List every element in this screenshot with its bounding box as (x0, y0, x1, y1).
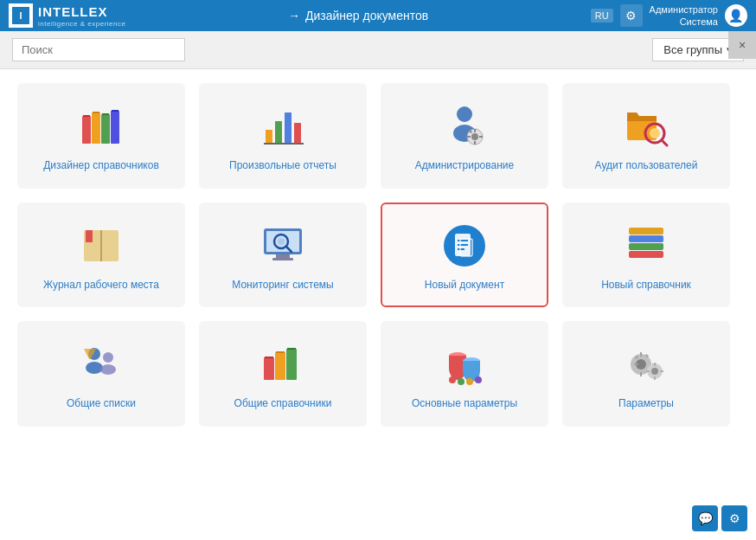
svg-rect-49 (629, 228, 663, 235)
lists-icon (77, 340, 125, 389)
tile-label-common-handbooks: Общие справочники (234, 397, 332, 411)
chart-icon (259, 102, 307, 151)
page-title: Дизайнер документов (305, 9, 428, 22)
journal-icon (77, 222, 125, 270)
svg-point-80 (651, 368, 658, 375)
svg-rect-10 (266, 130, 272, 144)
svg-point-51 (86, 362, 103, 374)
logo-sub: intelligence & experience (38, 20, 125, 28)
logo-text: INTELLEX (38, 4, 108, 19)
svg-rect-13 (294, 123, 301, 144)
tile-label-arbitrary-reports: Произвольные отчеты (229, 159, 336, 173)
svg-rect-22 (479, 136, 483, 138)
new-doc-icon (440, 222, 489, 270)
svg-rect-56 (275, 352, 285, 380)
tile-label-system-monitoring: Мониторинг системы (232, 279, 334, 292)
svg-rect-55 (264, 357, 274, 380)
svg-rect-46 (629, 251, 663, 258)
svg-rect-2 (82, 116, 91, 144)
svg-text:I: I (19, 10, 22, 21)
monitor-icon (259, 222, 307, 270)
svg-point-15 (457, 106, 472, 122)
main-content: Дизайнер справочников Произвольные отчет… (0, 69, 756, 540)
svg-rect-83 (646, 370, 650, 372)
user-name: Администратор (650, 3, 718, 16)
tile-common-handbooks[interactable]: Общие справочники (199, 321, 367, 427)
svg-rect-20 (474, 141, 476, 145)
tile-parameters[interactable]: Параметры (562, 321, 730, 427)
books-icon (77, 102, 125, 151)
svg-point-69 (466, 378, 473, 385)
svg-rect-75 (634, 363, 638, 365)
svg-point-18 (471, 133, 478, 140)
header-right: RU ⚙ Администратор Система 👤 (591, 3, 747, 29)
header-title: → Дизайнер документов (288, 9, 428, 22)
svg-rect-3 (83, 115, 90, 117)
svg-rect-11 (275, 121, 282, 144)
tile-system-monitoring[interactable]: Мониторинг системы (199, 202, 367, 308)
handbook-icon (622, 222, 670, 270)
svg-point-38 (278, 238, 285, 245)
svg-rect-7 (102, 113, 109, 115)
tile-new-document[interactable]: Новый документ (381, 202, 548, 308)
svg-rect-35 (276, 254, 290, 258)
tile-common-lists[interactable]: Общие списки (17, 321, 185, 427)
tile-new-handbook[interactable]: Новый справочник (562, 202, 730, 308)
tile-label-basic-params: Основные параметры (412, 397, 517, 411)
tile-label-common-lists: Общие списки (67, 397, 136, 411)
svg-point-26 (650, 128, 660, 138)
logo: I INTELLEX intelligence & experience (9, 3, 125, 28)
tile-basic-params[interactable]: Основные параметры (381, 321, 548, 427)
close-icon: × (739, 38, 746, 52)
svg-rect-47 (629, 243, 663, 250)
tile-label-user-audit: Аудит пользователей (595, 159, 698, 173)
admin-icon (440, 102, 489, 151)
svg-rect-5 (93, 112, 99, 113)
svg-rect-36 (272, 258, 293, 260)
close-button[interactable]: × (728, 31, 756, 59)
language-badge[interactable]: RU (591, 9, 613, 22)
tile-label-designer-handbook: Дизайнер справочников (43, 159, 159, 173)
handbooks-icon (259, 340, 307, 389)
toolbar: Все группы ▾ × (0, 31, 756, 69)
tile-label-administration: Администрирование (415, 159, 514, 173)
svg-rect-48 (629, 235, 663, 242)
bottom-icons: 💬 ⚙ (692, 505, 747, 531)
chat-button[interactable]: 💬 (692, 505, 718, 531)
search-input[interactable] (12, 38, 185, 61)
tile-designer-handbook[interactable]: Дизайнер справочников (17, 83, 185, 189)
tiles-grid: Дизайнер справочников Произвольные отчет… (17, 83, 739, 427)
svg-rect-6 (101, 114, 110, 144)
svg-point-52 (103, 352, 113, 363)
tile-user-audit[interactable]: Аудит пользователей (562, 83, 730, 189)
svg-rect-19 (474, 129, 476, 132)
svg-rect-57 (286, 349, 297, 380)
avatar: 👤 (725, 4, 747, 27)
audit-icon (622, 102, 670, 151)
user-sub: Система (650, 16, 718, 28)
header: I INTELLEX intelligence & experience → Д… (0, 0, 756, 31)
gears-icon (622, 340, 670, 389)
svg-rect-21 (467, 136, 471, 138)
title-arrow: → (288, 9, 300, 22)
params-icon (440, 340, 489, 389)
tile-label-new-handbook: Новый справочник (601, 279, 691, 292)
svg-point-68 (458, 378, 464, 385)
tile-workplace-journal[interactable]: Журнал рабочего места (17, 202, 185, 308)
tile-administration[interactable]: Администрирование (381, 83, 548, 189)
svg-rect-9 (112, 110, 119, 112)
svg-point-67 (449, 376, 456, 383)
svg-rect-60 (287, 348, 296, 350)
svg-line-27 (662, 140, 667, 145)
svg-rect-59 (276, 351, 285, 353)
svg-rect-12 (285, 112, 292, 144)
display-settings-button[interactable]: ⚙ (721, 505, 747, 531)
svg-rect-8 (111, 111, 119, 144)
svg-rect-82 (654, 376, 656, 380)
tile-arbitrary-reports[interactable]: Произвольные отчеты (199, 83, 367, 189)
groups-label: Все группы (663, 43, 722, 56)
settings-icon-button[interactable]: ⚙ (620, 4, 643, 27)
svg-rect-84 (660, 370, 663, 372)
svg-rect-73 (640, 352, 642, 357)
tile-label-new-document: Новый документ (425, 279, 504, 292)
